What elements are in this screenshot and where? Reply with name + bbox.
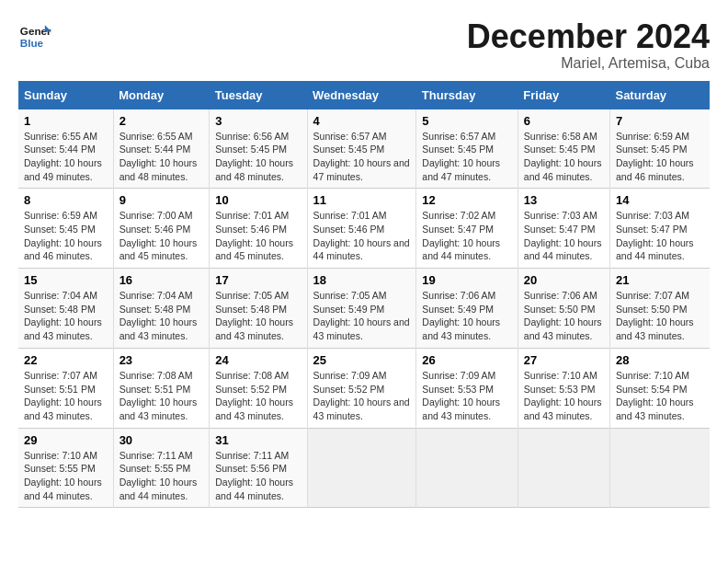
calendar-cell: [416, 428, 518, 508]
calendar-cell: 26 Sunrise: 7:09 AMSunset: 5:53 PMDaylig…: [416, 348, 518, 428]
day-info: Sunrise: 7:11 AMSunset: 5:55 PMDaylight:…: [119, 449, 204, 503]
calendar-cell: [518, 428, 609, 508]
calendar-cell: 6 Sunrise: 6:58 AMSunset: 5:45 PMDayligh…: [518, 109, 609, 189]
calendar-cell: 28 Sunrise: 7:10 AMSunset: 5:54 PMDaylig…: [609, 348, 710, 428]
day-info: Sunrise: 7:10 AMSunset: 5:54 PMDaylight:…: [616, 369, 704, 423]
calendar-cell: 8 Sunrise: 6:59 AMSunset: 5:45 PMDayligh…: [18, 189, 113, 269]
logo-icon: General Blue: [18, 18, 51, 52]
calendar-cell: 22 Sunrise: 7:07 AMSunset: 5:51 PMDaylig…: [18, 348, 113, 428]
day-number: 21: [616, 273, 704, 287]
day-info: Sunrise: 7:10 AMSunset: 5:53 PMDaylight:…: [524, 369, 604, 423]
day-info: Sunrise: 7:07 AMSunset: 5:51 PMDaylight:…: [24, 369, 108, 423]
svg-text:Blue: Blue: [20, 37, 44, 49]
day-number: 10: [215, 193, 301, 207]
day-number: 7: [616, 114, 704, 128]
calendar-cell: 4 Sunrise: 6:57 AMSunset: 5:45 PMDayligh…: [307, 109, 416, 189]
day-number: 22: [24, 353, 108, 367]
table-row: 8 Sunrise: 6:59 AMSunset: 5:45 PMDayligh…: [18, 189, 710, 269]
calendar-cell: 25 Sunrise: 7:09 AMSunset: 5:52 PMDaylig…: [307, 348, 416, 428]
day-number: 19: [422, 273, 511, 287]
col-wednesday: Wednesday: [307, 81, 416, 109]
calendar-cell: 23 Sunrise: 7:08 AMSunset: 5:51 PMDaylig…: [113, 348, 210, 428]
logo: General Blue: [18, 18, 51, 52]
day-number: 14: [616, 193, 704, 207]
day-info: Sunrise: 7:11 AMSunset: 5:56 PMDaylight:…: [215, 449, 301, 503]
day-info: Sunrise: 7:01 AMSunset: 5:46 PMDaylight:…: [313, 209, 411, 263]
day-info: Sunrise: 7:00 AMSunset: 5:46 PMDaylight:…: [119, 209, 204, 263]
calendar-cell: 12 Sunrise: 7:02 AMSunset: 5:47 PMDaylig…: [416, 189, 518, 269]
page-header: General Blue December 2024 Mariel, Artem…: [18, 18, 710, 72]
day-number: 18: [313, 273, 411, 287]
calendar-table: Sunday Monday Tuesday Wednesday Thursday…: [18, 81, 710, 509]
col-thursday: Thursday: [416, 81, 518, 109]
calendar-cell: 2 Sunrise: 6:55 AMSunset: 5:44 PMDayligh…: [113, 109, 210, 189]
day-info: Sunrise: 7:09 AMSunset: 5:53 PMDaylight:…: [422, 369, 511, 423]
calendar-cell: 27 Sunrise: 7:10 AMSunset: 5:53 PMDaylig…: [518, 348, 609, 428]
day-info: Sunrise: 7:01 AMSunset: 5:46 PMDaylight:…: [215, 209, 301, 263]
calendar-cell: 16 Sunrise: 7:04 AMSunset: 5:48 PMDaylig…: [113, 269, 210, 349]
calendar-cell: 13 Sunrise: 7:03 AMSunset: 5:47 PMDaylig…: [518, 189, 609, 269]
calendar-cell: 7 Sunrise: 6:59 AMSunset: 5:45 PMDayligh…: [609, 109, 710, 189]
day-number: 15: [24, 273, 108, 287]
day-number: 20: [524, 273, 604, 287]
day-info: Sunrise: 7:05 AMSunset: 5:48 PMDaylight:…: [215, 289, 301, 343]
location: Mariel, Artemisa, Cuba: [467, 55, 710, 72]
day-info: Sunrise: 6:58 AMSunset: 5:45 PMDaylight:…: [524, 130, 604, 184]
calendar-cell: [307, 428, 416, 508]
calendar-cell: 18 Sunrise: 7:05 AMSunset: 5:49 PMDaylig…: [307, 269, 416, 349]
calendar-cell: [609, 428, 710, 508]
day-number: 13: [524, 193, 604, 207]
day-info: Sunrise: 6:56 AMSunset: 5:45 PMDaylight:…: [215, 130, 301, 184]
table-row: 1 Sunrise: 6:55 AMSunset: 5:44 PMDayligh…: [18, 109, 710, 189]
day-number: 2: [119, 114, 204, 128]
day-number: 11: [313, 193, 411, 207]
calendar-cell: 14 Sunrise: 7:03 AMSunset: 5:47 PMDaylig…: [609, 189, 710, 269]
col-monday: Monday: [113, 81, 210, 109]
day-info: Sunrise: 6:55 AMSunset: 5:44 PMDaylight:…: [24, 130, 108, 184]
calendar-cell: 19 Sunrise: 7:06 AMSunset: 5:49 PMDaylig…: [416, 269, 518, 349]
table-row: 15 Sunrise: 7:04 AMSunset: 5:48 PMDaylig…: [18, 269, 710, 349]
calendar-cell: 11 Sunrise: 7:01 AMSunset: 5:46 PMDaylig…: [307, 189, 416, 269]
day-number: 31: [215, 433, 301, 447]
day-number: 24: [215, 353, 301, 367]
col-tuesday: Tuesday: [210, 81, 307, 109]
day-number: 30: [119, 433, 204, 447]
day-info: Sunrise: 6:57 AMSunset: 5:45 PMDaylight:…: [422, 130, 511, 184]
table-row: 29 Sunrise: 7:10 AMSunset: 5:55 PMDaylig…: [18, 428, 710, 508]
calendar-cell: 1 Sunrise: 6:55 AMSunset: 5:44 PMDayligh…: [18, 109, 113, 189]
calendar-cell: 17 Sunrise: 7:05 AMSunset: 5:48 PMDaylig…: [210, 269, 307, 349]
day-number: 8: [24, 193, 108, 207]
day-number: 26: [422, 353, 511, 367]
day-number: 12: [422, 193, 511, 207]
day-info: Sunrise: 6:59 AMSunset: 5:45 PMDaylight:…: [24, 209, 108, 263]
day-number: 16: [119, 273, 204, 287]
calendar-cell: 10 Sunrise: 7:01 AMSunset: 5:46 PMDaylig…: [210, 189, 307, 269]
calendar-cell: 29 Sunrise: 7:10 AMSunset: 5:55 PMDaylig…: [18, 428, 113, 508]
calendar-cell: 5 Sunrise: 6:57 AMSunset: 5:45 PMDayligh…: [416, 109, 518, 189]
day-number: 29: [24, 433, 108, 447]
header-row: Sunday Monday Tuesday Wednesday Thursday…: [18, 81, 710, 109]
day-info: Sunrise: 7:07 AMSunset: 5:50 PMDaylight:…: [616, 289, 704, 343]
col-saturday: Saturday: [609, 81, 710, 109]
day-info: Sunrise: 7:08 AMSunset: 5:51 PMDaylight:…: [119, 369, 204, 423]
col-sunday: Sunday: [18, 81, 113, 109]
day-info: Sunrise: 6:59 AMSunset: 5:45 PMDaylight:…: [616, 130, 704, 184]
day-info: Sunrise: 6:55 AMSunset: 5:44 PMDaylight:…: [119, 130, 204, 184]
day-number: 17: [215, 273, 301, 287]
day-number: 27: [524, 353, 604, 367]
day-info: Sunrise: 7:08 AMSunset: 5:52 PMDaylight:…: [215, 369, 301, 423]
calendar-cell: 20 Sunrise: 7:06 AMSunset: 5:50 PMDaylig…: [518, 269, 609, 349]
day-info: Sunrise: 7:06 AMSunset: 5:50 PMDaylight:…: [524, 289, 604, 343]
day-info: Sunrise: 6:57 AMSunset: 5:45 PMDaylight:…: [313, 130, 411, 184]
day-info: Sunrise: 7:04 AMSunset: 5:48 PMDaylight:…: [119, 289, 204, 343]
table-row: 22 Sunrise: 7:07 AMSunset: 5:51 PMDaylig…: [18, 348, 710, 428]
calendar-cell: 21 Sunrise: 7:07 AMSunset: 5:50 PMDaylig…: [609, 269, 710, 349]
day-number: 28: [616, 353, 704, 367]
day-info: Sunrise: 7:03 AMSunset: 5:47 PMDaylight:…: [616, 209, 704, 263]
day-info: Sunrise: 7:09 AMSunset: 5:52 PMDaylight:…: [313, 369, 411, 423]
day-info: Sunrise: 7:04 AMSunset: 5:48 PMDaylight:…: [24, 289, 108, 343]
col-friday: Friday: [518, 81, 609, 109]
day-number: 6: [524, 114, 604, 128]
calendar-cell: 3 Sunrise: 6:56 AMSunset: 5:45 PMDayligh…: [210, 109, 307, 189]
day-info: Sunrise: 7:10 AMSunset: 5:55 PMDaylight:…: [24, 449, 108, 503]
